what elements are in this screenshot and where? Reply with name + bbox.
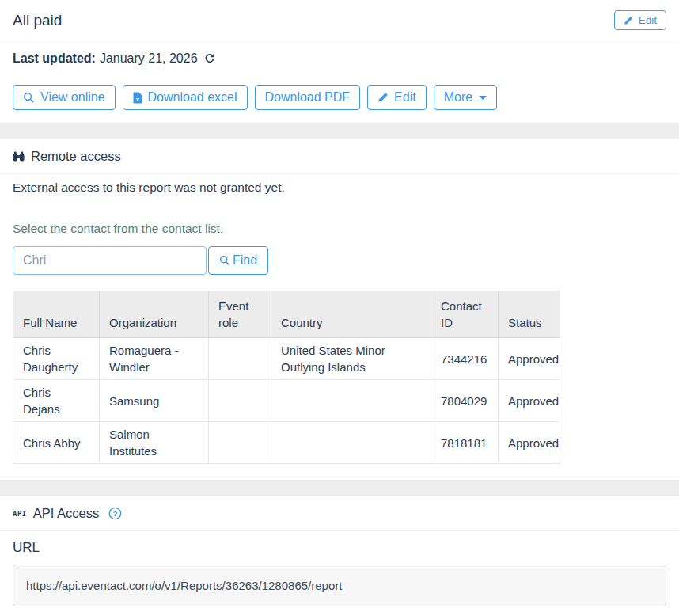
cell-full-name: Chris Dejans [13, 380, 100, 422]
cell-country: United States Minor Outlying Islands [271, 338, 431, 380]
svg-text:?: ? [113, 509, 118, 518]
api-url-value: https://api.eventact.com/o/v1/Reports/36… [26, 579, 342, 592]
more-dropdown-button[interactable]: More [434, 85, 497, 110]
report-header-bar: All paid Edit [0, 0, 679, 40]
report-page: All paid Edit Last updated: January 21, … [0, 0, 679, 616]
cell-country [271, 422, 431, 464]
cell-full-name: Chris Daugherty [13, 338, 100, 380]
not-granted-text: External access to this report was not g… [13, 181, 666, 195]
view-online-button[interactable]: View online [13, 85, 116, 110]
cell-event-role [209, 338, 271, 380]
api-url-box[interactable]: https://api.eventact.com/o/v1/Reports/36… [13, 565, 666, 606]
api-access-card: API API Access ? URL https://api.eventac… [0, 496, 679, 616]
view-online-label: View online [40, 90, 105, 105]
col-header-status: Status [499, 291, 560, 338]
cell-organization: Romaguera - Windler [100, 338, 209, 380]
edit-report-button[interactable]: Edit [614, 10, 666, 30]
download-pdf-button[interactable]: Download PDF [255, 85, 361, 110]
cell-event-role [209, 422, 271, 464]
table-row[interactable]: Chris Dejans Samsung 7804029 Approved [13, 380, 560, 422]
cell-contact-id: 7344216 [431, 338, 499, 380]
cell-status: Approved [499, 338, 560, 380]
col-header-full-name: Full Name [13, 291, 100, 338]
last-updated-label: Last updated: [13, 51, 96, 66]
remote-access-header: Remote access [0, 139, 679, 174]
download-pdf-label: Download PDF [265, 90, 351, 105]
pencil-icon [377, 92, 389, 103]
remote-access-title: Remote access [31, 149, 121, 164]
cell-status: Approved [499, 380, 560, 422]
col-header-contact-id: Contact ID [431, 291, 499, 338]
api-access-title: API Access [33, 506, 99, 521]
svg-text:x: x [135, 95, 139, 102]
download-excel-label: Download excel [148, 90, 237, 105]
remote-access-body: External access to this report was not g… [0, 174, 679, 480]
edit-button-label: Edit [394, 90, 416, 105]
cell-contact-id: 7818181 [431, 422, 499, 464]
api-access-title-row: API API Access ? [13, 506, 122, 521]
edit-button[interactable]: Edit [367, 85, 427, 110]
last-updated-line: Last updated: January 21, 2026 [13, 51, 666, 66]
remote-access-card: Remote access External access to this re… [0, 139, 679, 480]
excel-file-icon: x [133, 92, 142, 104]
col-header-event-role: Event role [209, 291, 271, 338]
select-contact-hint: Select the contact from the contact list… [13, 222, 666, 236]
caret-down-icon [479, 96, 487, 100]
search-icon [23, 92, 35, 104]
remote-access-title-row: Remote access [13, 149, 121, 164]
cell-event-role [209, 380, 271, 422]
contact-search-row: Find [13, 246, 666, 275]
cell-status: Approved [499, 422, 560, 464]
search-icon [219, 255, 230, 266]
report-header-card: All paid Edit Last updated: January 21, … [0, 0, 679, 123]
binoculars-icon [13, 150, 25, 162]
contacts-table: Full Name Organization Event role Countr… [13, 291, 560, 464]
refresh-icon[interactable] [204, 53, 215, 64]
page-title: All paid [13, 12, 62, 29]
help-circle-icon[interactable]: ? [108, 507, 122, 520]
last-updated-value: January 21, 2026 [100, 51, 198, 66]
report-toolbar: View online x Download excel Download PD… [13, 85, 666, 110]
api-access-header: API API Access ? [0, 496, 679, 531]
cell-country [271, 380, 431, 422]
cell-organization: Salmon Institutes [100, 422, 209, 464]
table-row[interactable]: Chris Daugherty Romaguera - Windler Unit… [13, 338, 560, 380]
cell-full-name: Chris Abby [13, 422, 100, 464]
pencil-icon [624, 16, 633, 25]
col-header-country: Country [271, 291, 431, 338]
cell-contact-id: 7804029 [431, 380, 499, 422]
more-button-label: More [444, 90, 472, 105]
contacts-table-head: Full Name Organization Event role Countr… [13, 291, 560, 338]
download-excel-button[interactable]: x Download excel [123, 85, 248, 110]
find-button-label: Find [233, 253, 257, 268]
cell-organization: Samsung [100, 380, 209, 422]
table-row[interactable]: Chris Abby Salmon Institutes 7818181 App… [13, 422, 560, 464]
contact-search-input[interactable] [13, 246, 207, 275]
table-header-row: Full Name Organization Event role Countr… [13, 291, 560, 338]
url-label: URL [13, 539, 666, 557]
contacts-table-body: Chris Daugherty Romaguera - Windler Unit… [13, 338, 560, 464]
edit-report-button-label: Edit [639, 14, 657, 26]
find-button[interactable]: Find [208, 246, 268, 275]
col-header-organization: Organization [100, 291, 209, 338]
api-icon: API [13, 511, 27, 518]
api-access-body: URL https://api.eventact.com/o/v1/Report… [0, 531, 679, 616]
report-header-body: Last updated: January 21, 2026 View onli… [0, 40, 679, 123]
